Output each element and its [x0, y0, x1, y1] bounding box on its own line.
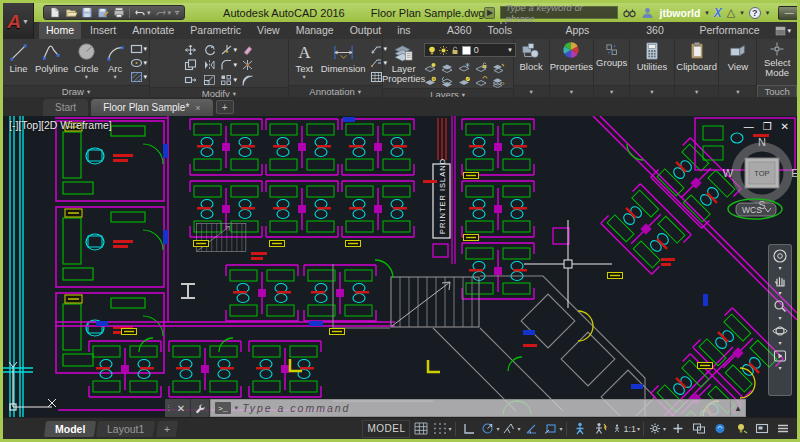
tab-annotate[interactable]: Annotate	[125, 22, 181, 39]
viewcube-east[interactable]: E	[791, 167, 797, 179]
command-customize-button[interactable]	[191, 399, 210, 417]
model-tab[interactable]: Model	[44, 421, 97, 437]
select-mode-button[interactable]: Select Mode	[757, 39, 797, 85]
file-tab-floor-plan[interactable]: Floor Plan Sample*×	[91, 99, 212, 116]
new-drawing-tab-button[interactable]: +	[216, 100, 234, 114]
tab-output[interactable]: Output	[343, 22, 389, 39]
annotation-autoscale-toggle[interactable]	[591, 420, 611, 438]
snap-mode-toggle[interactable]: ▾	[432, 420, 452, 438]
tab-view[interactable]: View	[250, 22, 287, 39]
help-icon[interactable]: ?	[749, 7, 761, 19]
offset-icon[interactable]	[241, 74, 254, 86]
line-button[interactable]: Line	[6, 41, 31, 75]
a360-icon[interactable]: △	[727, 6, 735, 19]
drawing-canvas[interactable]: [-][Top][2D Wireframe] — ❐ ✕	[3, 116, 797, 417]
file-tab-start[interactable]: Start	[43, 99, 88, 116]
graphics-performance-toggle[interactable]	[710, 420, 730, 438]
viewport-controls[interactable]: [-][Top][2D Wireframe]	[9, 119, 112, 131]
viewcube-north[interactable]: N	[758, 136, 766, 148]
search-input[interactable]: Type a keyword or phrase	[500, 6, 618, 19]
annotation-monitor-toggle[interactable]	[668, 420, 688, 438]
move-icon[interactable]	[184, 44, 197, 56]
doc-restore-button[interactable]: ❐	[763, 121, 772, 132]
ribbon-display-toggle[interactable]: ▾	[769, 26, 798, 39]
viewcube-top[interactable]: TOP	[754, 169, 769, 178]
tab-parametric[interactable]: Parametric	[183, 22, 248, 39]
layer-match-icon[interactable]	[492, 62, 505, 74]
ucs-icon[interactable]	[9, 362, 56, 410]
isolate-objects-toggle[interactable]	[731, 420, 751, 438]
layer-properties-button[interactable]: Layer Properties	[386, 41, 422, 85]
redo-button[interactable]: ▾	[155, 7, 172, 18]
panel-label-properties[interactable]: ▾	[550, 85, 594, 97]
panel-label-groups[interactable]: ▾	[594, 85, 629, 97]
model-space-button[interactable]: MODEL	[362, 420, 410, 438]
dropdown-arrow-icon[interactable]: ▾	[766, 9, 770, 17]
dropdown-arrow-icon[interactable]: ▾	[496, 425, 499, 432]
layer-thaw-all-icon[interactable]	[475, 76, 488, 88]
layer-make-current-icon[interactable]	[424, 76, 437, 88]
stretch-icon[interactable]	[184, 74, 197, 86]
rotate-icon[interactable]	[203, 44, 216, 56]
open-file-icon[interactable]	[65, 7, 77, 18]
panel-label-utilities[interactable]: ▾	[630, 85, 674, 97]
dropdown-arrow-icon[interactable]: ▾	[778, 366, 781, 371]
trim-button[interactable]: ▾	[220, 44, 238, 56]
fillet-button[interactable]: ▾	[220, 59, 238, 71]
layer-lock-icon[interactable]	[475, 62, 488, 74]
array-button[interactable]: ▾	[220, 74, 238, 86]
object-snap-tracking-toggle[interactable]	[522, 420, 542, 438]
dropdown-arrow-icon[interactable]: ▾	[559, 425, 562, 432]
object-snap-toggle[interactable]: ▾	[543, 420, 563, 438]
layer-states-icon[interactable]	[492, 76, 505, 88]
dropdown-arrow-icon[interactable]: ▾	[778, 266, 781, 271]
command-close-button[interactable]: ✕	[172, 399, 191, 417]
polar-tracking-toggle[interactable]: ▾	[480, 420, 500, 438]
isometric-drafting-toggle[interactable]: ▾	[501, 420, 521, 438]
panel-label-touch[interactable]: Touch	[757, 85, 797, 97]
layer-prev-icon[interactable]	[441, 76, 454, 88]
tab-a360[interactable]: A360	[440, 22, 479, 39]
scale-icon[interactable]	[203, 74, 216, 86]
qat-customize-icon[interactable]: ▿	[175, 8, 179, 17]
doc-minimize-button[interactable]: —	[744, 121, 754, 132]
close-tab-icon[interactable]: ×	[195, 103, 200, 113]
dropdown-arrow-icon[interactable]: ▾	[778, 341, 781, 346]
clean-screen-toggle[interactable]	[752, 420, 772, 438]
tab-insert[interactable]: Insert	[83, 22, 123, 39]
search-binoculars-icon[interactable]	[623, 7, 636, 19]
save-as-icon[interactable]	[97, 7, 109, 18]
command-line-grip[interactable]: ⋮	[165, 399, 172, 417]
polyline-button[interactable]: Polyline	[33, 41, 70, 75]
doc-close-button[interactable]: ✕	[781, 121, 789, 132]
workspace-switching-button[interactable]: ▾	[647, 420, 667, 438]
hatch-button[interactable]: ▾	[130, 71, 148, 83]
dimension-button[interactable]: Dimension	[319, 41, 368, 75]
dropdown-arrow-icon[interactable]: ▾	[663, 425, 666, 432]
erase-icon[interactable]	[241, 44, 254, 56]
layer-off-icon[interactable]	[424, 62, 437, 74]
clipboard-button[interactable]: Clipboard	[675, 39, 719, 85]
text-button[interactable]: A Text ▾	[292, 41, 317, 82]
layer-unisolate-icon[interactable]	[458, 76, 471, 88]
annotation-scale-button[interactable]: 1:1▾	[612, 420, 640, 438]
dropdown-arrow-icon[interactable]: ▾	[637, 425, 640, 432]
viewcube-west[interactable]: W	[723, 167, 734, 179]
panel-label-draw[interactable]: Draw▾	[3, 85, 149, 97]
plot-icon[interactable]	[113, 7, 125, 18]
panel-label-annotation[interactable]: Annotation▾	[289, 85, 382, 97]
dropdown-arrow-icon[interactable]: ▾	[778, 316, 781, 321]
search-expand-icon[interactable]: ▶	[484, 7, 495, 19]
groups-button[interactable]: Groups	[594, 39, 629, 85]
navigation-wheel-icon[interactable]	[772, 248, 788, 264]
panel-label-view[interactable]: ▾	[719, 85, 756, 97]
undo-button[interactable]: ▾	[134, 7, 151, 18]
block-button[interactable]: Block	[514, 39, 549, 85]
layer-select-combo[interactable]: 0 ▾	[424, 43, 516, 57]
annotation-visibility-toggle[interactable]	[570, 420, 590, 438]
tab-manage[interactable]: Manage	[289, 22, 341, 39]
dropdown-arrow-icon[interactable]: ▾	[740, 9, 744, 17]
new-layout-button[interactable]: +	[156, 421, 178, 437]
command-prompt-icon[interactable]: >_	[215, 402, 231, 414]
command-history-button[interactable]: ▲	[731, 399, 746, 417]
